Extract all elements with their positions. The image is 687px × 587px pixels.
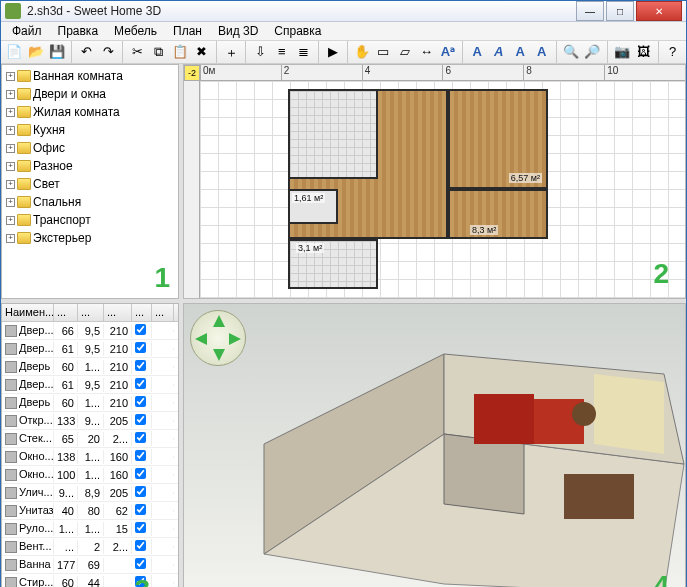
menu-файл[interactable]: Файл <box>5 22 49 40</box>
menu-вид 3d[interactable]: Вид 3D <box>211 22 265 40</box>
paste-icon[interactable]: 📋 <box>171 41 189 63</box>
camera-icon[interactable]: 📷 <box>613 41 631 63</box>
save-icon[interactable]: 💾 <box>48 41 66 63</box>
plan-panel[interactable]: -2 0м246810 11,17 м² 6,57 м² 1,61 м² 8,3… <box>183 64 686 299</box>
table-row[interactable]: Вент......22... <box>2 538 178 556</box>
visible-checkbox[interactable] <box>135 468 146 479</box>
menu-справка[interactable]: Справка <box>267 22 328 40</box>
expand-icon[interactable]: + <box>6 144 15 153</box>
table-row[interactable]: Окно...1381...160 <box>2 448 178 466</box>
room-bedroom[interactable]: 6,57 м² <box>448 89 548 189</box>
column-header-2[interactable]: ... <box>78 304 104 321</box>
select-icon[interactable]: ▶ <box>323 41 341 63</box>
visible-checkbox[interactable] <box>135 396 146 407</box>
expand-icon[interactable]: + <box>6 234 15 243</box>
table-row[interactable]: Двер...619,5210 <box>2 340 178 358</box>
expand-icon[interactable]: + <box>6 162 15 171</box>
zoom-out-icon[interactable]: 🔎 <box>583 41 601 63</box>
visible-checkbox[interactable] <box>135 414 146 425</box>
dimension-icon[interactable]: ↔ <box>417 41 435 63</box>
view3d-panel[interactable]: 4 <box>183 303 686 587</box>
visible-checkbox[interactable] <box>135 486 146 497</box>
catalog-item-5[interactable]: +Разное <box>4 157 176 175</box>
catalog-item-2[interactable]: +Жилая комната <box>4 103 176 121</box>
delete-icon[interactable]: ✖ <box>193 41 211 63</box>
room-kitchen[interactable] <box>288 89 378 179</box>
visible-checkbox[interactable] <box>135 432 146 443</box>
visible-checkbox[interactable] <box>135 360 146 371</box>
visible-checkbox[interactable] <box>135 378 146 389</box>
table-row[interactable]: Откр...1339...205 <box>2 412 178 430</box>
open-icon[interactable]: 📂 <box>26 41 44 63</box>
catalog-item-7[interactable]: +Спальня <box>4 193 176 211</box>
undo-icon[interactable]: ↶ <box>77 41 95 63</box>
maximize-button[interactable]: □ <box>606 1 634 21</box>
menu-правка[interactable]: Правка <box>51 22 106 40</box>
table-row[interactable]: Унитаз408062 <box>2 502 178 520</box>
visible-checkbox[interactable] <box>135 342 146 353</box>
minimize-button[interactable]: — <box>576 1 604 21</box>
table-row[interactable]: Дверь601...210 <box>2 394 178 412</box>
close-button[interactable]: ✕ <box>636 1 682 21</box>
text-italic-icon[interactable]: A <box>489 41 507 63</box>
visible-checkbox[interactable] <box>135 504 146 515</box>
catalog-item-1[interactable]: +Двери и окна <box>4 85 176 103</box>
visible-checkbox[interactable] <box>135 540 146 551</box>
column-header-4[interactable]: ... <box>132 304 152 321</box>
expand-icon[interactable]: + <box>6 198 15 207</box>
ruler-origin[interactable]: -2 <box>184 65 200 81</box>
visible-checkbox[interactable] <box>135 450 146 461</box>
table-row[interactable]: Стир...6044 <box>2 574 178 587</box>
wall-icon[interactable]: ▭ <box>374 41 392 63</box>
table-row[interactable]: Двер...669,5210 <box>2 322 178 340</box>
table-row[interactable]: Улич...9...8,9205 <box>2 484 178 502</box>
room-icon[interactable]: ▱ <box>396 41 414 63</box>
expand-icon[interactable]: + <box>6 72 15 81</box>
add-furniture-icon[interactable]: ＋ <box>222 41 240 63</box>
catalog-item-4[interactable]: +Офис <box>4 139 176 157</box>
visible-checkbox[interactable] <box>135 522 146 533</box>
new-icon[interactable]: 📄 <box>5 41 23 63</box>
visible-checkbox[interactable] <box>135 558 146 569</box>
room-closet[interactable]: 1,61 м² <box>288 189 338 224</box>
photo-icon[interactable]: 🖼 <box>634 41 652 63</box>
text-icon[interactable]: Aᵃ <box>439 41 457 63</box>
align-left-icon[interactable]: ≡ <box>273 41 291 63</box>
column-header-5[interactable]: ... <box>152 304 174 321</box>
column-header-0[interactable]: Наимен... <box>2 304 54 321</box>
cut-icon[interactable]: ✂ <box>128 41 146 63</box>
expand-icon[interactable]: + <box>6 180 15 189</box>
plan-grid[interactable]: 11,17 м² 6,57 м² 1,61 м² 8,3 м² 3,1 м² <box>200 81 685 298</box>
room-hall[interactable]: 8,3 м² <box>448 189 548 239</box>
catalog-item-3[interactable]: +Кухня <box>4 121 176 139</box>
table-row[interactable]: Ванна17769 <box>2 556 178 574</box>
help-icon[interactable]: ? <box>663 41 681 63</box>
column-header-1[interactable]: ... <box>54 304 78 321</box>
zoom-in-icon[interactable]: 🔍 <box>562 41 580 63</box>
copy-icon[interactable]: ⧉ <box>150 41 168 63</box>
pan-icon[interactable]: ✋ <box>353 41 371 63</box>
catalog-item-8[interactable]: +Транспорт <box>4 211 176 229</box>
room-bath[interactable]: 3,1 м² <box>288 239 378 289</box>
expand-icon[interactable]: + <box>6 90 15 99</box>
table-row[interactable]: Двер...619,5210 <box>2 376 178 394</box>
catalog-item-0[interactable]: +Ванная комната <box>4 67 176 85</box>
menu-план[interactable]: План <box>166 22 209 40</box>
text-bold-icon[interactable]: A <box>532 41 550 63</box>
redo-icon[interactable]: ↷ <box>99 41 117 63</box>
text-big-icon[interactable]: A <box>468 41 486 63</box>
align-center-icon[interactable]: ≣ <box>294 41 312 63</box>
expand-icon[interactable]: + <box>6 216 15 225</box>
table-row[interactable]: Руло...1...1...15 <box>2 520 178 538</box>
visible-checkbox[interactable] <box>135 324 146 335</box>
visible-checkbox[interactable] <box>135 576 146 587</box>
table-row[interactable]: Окно...1001...160 <box>2 466 178 484</box>
expand-icon[interactable]: + <box>6 108 15 117</box>
expand-icon[interactable]: + <box>6 126 15 135</box>
table-row[interactable]: Стек...65202... <box>2 430 178 448</box>
table-row[interactable]: Дверь601...210 <box>2 358 178 376</box>
menu-мебель[interactable]: Мебель <box>107 22 164 40</box>
column-header-3[interactable]: ... <box>104 304 132 321</box>
import-icon[interactable]: ⇩ <box>251 41 269 63</box>
catalog-item-6[interactable]: +Свет <box>4 175 176 193</box>
